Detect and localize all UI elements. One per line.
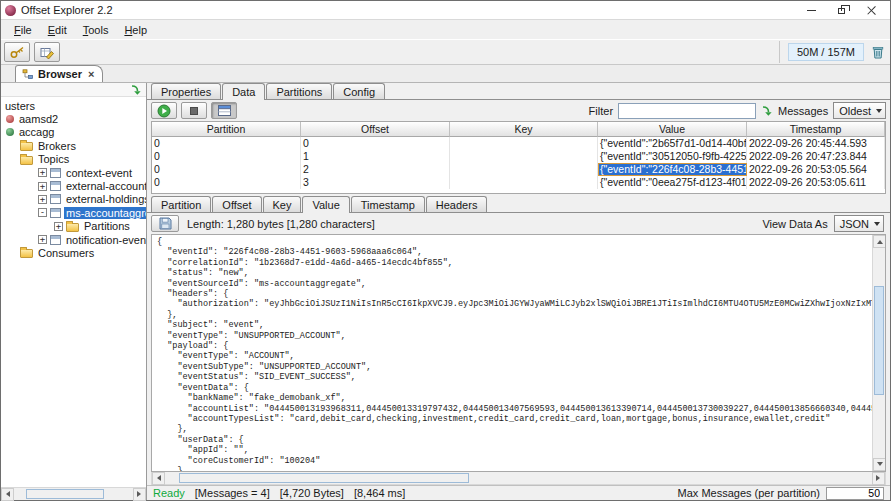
scroll-thumb[interactable] — [26, 489, 104, 499]
table-row[interactable]: 0 3 {"eventId":"0eea275f-d123-4f01-878..… — [152, 176, 885, 189]
column-header-value[interactable]: Value — [598, 122, 747, 137]
tree-item-context-event[interactable]: + context-event — [1, 166, 146, 179]
filter-settings-button[interactable] — [34, 42, 60, 62]
scroll-thumb[interactable] — [179, 473, 469, 483]
cell-offset[interactable]: 1 — [301, 150, 450, 163]
tab-browser[interactable]: Browser × — [15, 65, 103, 82]
cell-partition[interactable]: 0 — [152, 137, 301, 150]
table-header-row: Partition Offset Key Value Timestamp — [152, 122, 885, 137]
add-cluster-button[interactable] — [4, 42, 30, 62]
scroll-track[interactable] — [873, 248, 885, 458]
tree-item-label: usters — [3, 100, 37, 112]
tree-item-accagg[interactable]: accagg — [1, 126, 146, 139]
trash-icon — [872, 45, 884, 59]
cell-key[interactable] — [450, 150, 598, 163]
subtab-timestamp[interactable]: Timestamp — [351, 196, 425, 212]
expand-icon[interactable]: + — [38, 195, 47, 204]
collapse-icon[interactable]: - — [38, 208, 47, 217]
cell-key[interactable] — [450, 137, 598, 150]
table-view-button[interactable] — [211, 102, 237, 119]
minimize-button[interactable] — [796, 1, 826, 19]
tree-item-partitions[interactable]: + Partitions — [1, 220, 146, 233]
table-row[interactable]: 0 0 {"eventId":"2b65f7d1-0d14-40bf-93b..… — [152, 137, 885, 150]
play-button[interactable] — [151, 102, 177, 119]
cell-timestamp[interactable]: 2022-09-26 20:53:05.564 — [747, 163, 885, 176]
tab-config[interactable]: Config — [333, 83, 385, 99]
expand-icon[interactable]: + — [54, 222, 63, 231]
cell-timestamp[interactable]: 2022-09-26 20:45:44.593 — [747, 137, 885, 150]
tab-data[interactable]: Data — [222, 83, 265, 100]
column-header-key[interactable]: Key — [450, 122, 598, 137]
filter-input[interactable] — [618, 103, 756, 119]
menu-file[interactable]: File — [7, 22, 39, 38]
subtab-value[interactable]: Value — [302, 196, 349, 213]
max-messages-input[interactable] — [826, 487, 884, 500]
tab-label: Offset — [222, 199, 251, 211]
cell-timestamp[interactable]: 2022-09-26 20:53:05.611 — [747, 176, 885, 189]
scroll-left-button[interactable] — [1, 488, 14, 501]
tab-close-icon[interactable]: × — [86, 68, 94, 80]
cell-value-selected[interactable]: {"eventId":"226f4c08-28b3-4451-960... — [598, 163, 747, 176]
tree-horizontal-scrollbar[interactable] — [1, 487, 146, 500]
cell-partition[interactable]: 0 — [152, 163, 301, 176]
json-horizontal-scrollbar[interactable] — [151, 472, 886, 485]
subtab-partition[interactable]: Partition — [151, 196, 211, 212]
messages-order-select[interactable]: Oldest — [833, 102, 886, 119]
menu-tools[interactable]: Tools — [76, 22, 116, 38]
save-button[interactable] — [151, 215, 179, 232]
scroll-up-button[interactable] — [873, 235, 886, 248]
cell-offset[interactable]: 3 — [301, 176, 450, 189]
apply-filter-arrow-icon[interactable] — [761, 105, 773, 117]
column-header-timestamp[interactable]: Timestamp — [747, 122, 885, 137]
cell-value[interactable]: {"eventId":"2b65f7d1-0d14-40bf-93b... — [598, 137, 747, 150]
tree-item-external-holdings-event[interactable]: + external-holdings-event — [1, 193, 146, 206]
collapse-arrow-icon[interactable] — [130, 84, 142, 96]
tab-partitions[interactable]: Partitions — [266, 83, 332, 99]
menu-edit[interactable]: Edit — [41, 22, 74, 38]
cell-timestamp[interactable]: 2022-09-26 20:47:23.844 — [747, 150, 885, 163]
cell-offset[interactable]: 2 — [301, 163, 450, 176]
scroll-right-button[interactable] — [872, 472, 885, 485]
tab-label: Timestamp — [361, 199, 415, 211]
expand-icon[interactable]: + — [38, 182, 47, 191]
tree-item-aamsd2[interactable]: aamsd2 — [1, 112, 146, 125]
tree-item-notification-event[interactable]: + notification-event — [1, 233, 146, 246]
cell-value[interactable]: {"eventId":"30512050-f9fb-4225-97bf... — [598, 150, 747, 163]
table-row-selected[interactable]: 0 2 {"eventId":"226f4c08-28b3-4451-960..… — [152, 163, 885, 176]
stop-button[interactable] — [181, 102, 207, 119]
json-content[interactable]: { "eventId": "226f4c08-28b3-4451-9603-59… — [152, 235, 872, 471]
restore-button[interactable] — [826, 1, 856, 19]
view-data-as-select[interactable]: JSON — [834, 215, 884, 232]
column-header-partition[interactable]: Partition — [152, 122, 301, 137]
tree-item-consumers[interactable]: Consumers — [1, 246, 146, 259]
column-header-offset[interactable]: Offset — [301, 122, 450, 137]
cell-value[interactable]: {"eventId":"0eea275f-d123-4f01-878... — [598, 176, 747, 189]
scroll-down-button[interactable] — [873, 458, 886, 471]
tree-item-topics[interactable]: Topics — [1, 153, 146, 166]
subtab-headers[interactable]: Headers — [426, 196, 488, 212]
expand-icon[interactable]: + — [38, 168, 47, 177]
tree-item-brokers[interactable]: Brokers — [1, 139, 146, 152]
scroll-track[interactable] — [14, 488, 133, 500]
scroll-left-button[interactable] — [152, 472, 165, 485]
scroll-thumb[interactable] — [874, 286, 884, 395]
cell-partition[interactable]: 0 — [152, 176, 301, 189]
cell-key[interactable] — [450, 163, 598, 176]
scroll-right-button[interactable] — [133, 488, 146, 501]
tree-item-ms-accountaggregate-outbound[interactable]: - ms-accountaggregate-outbou — [1, 206, 146, 219]
cell-key[interactable] — [450, 176, 598, 189]
tab-properties[interactable]: Properties — [151, 83, 221, 99]
tree-item-external-account-event[interactable]: + external-account-event — [1, 179, 146, 192]
menu-help[interactable]: Help — [117, 22, 154, 38]
cell-offset[interactable]: 0 — [301, 137, 450, 150]
tree-item-clusters[interactable]: usters — [1, 99, 146, 112]
json-vertical-scrollbar[interactable] — [872, 235, 885, 471]
close-button[interactable] — [856, 1, 886, 19]
subtab-key[interactable]: Key — [263, 196, 302, 212]
garbage-collect-button[interactable] — [869, 42, 887, 62]
cell-partition[interactable]: 0 — [152, 150, 301, 163]
scroll-track[interactable] — [165, 472, 872, 484]
subtab-offset[interactable]: Offset — [212, 196, 261, 212]
table-row[interactable]: 0 1 {"eventId":"30512050-f9fb-4225-97bf.… — [152, 150, 885, 163]
expand-icon[interactable]: + — [38, 235, 47, 244]
